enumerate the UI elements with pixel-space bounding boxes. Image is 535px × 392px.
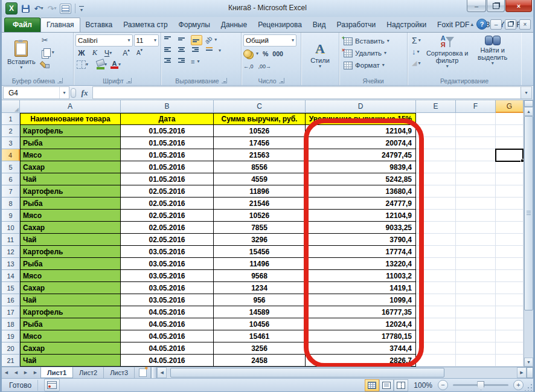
cell-G[interactable]	[496, 137, 524, 149]
cell-B11[interactable]: 02.05.2016	[121, 234, 214, 246]
shrink-font-button[interactable]: А	[133, 48, 146, 58]
cell-G[interactable]	[496, 210, 524, 222]
cell-G[interactable]	[496, 125, 524, 137]
cell-D15[interactable]: 1419,1	[306, 282, 416, 294]
cell-C17[interactable]: 14589	[214, 306, 306, 318]
cell-D16[interactable]: 1099,4	[306, 294, 416, 306]
cell-E[interactable]	[416, 355, 456, 367]
cell-C21[interactable]: 2458	[214, 355, 306, 367]
row-header-7[interactable]: 7	[2, 185, 20, 198]
cell-B2[interactable]: 01.05.2016	[121, 125, 214, 137]
cell-A4[interactable]: Мясо	[20, 149, 121, 161]
cell-A12[interactable]: Картофель	[20, 246, 121, 258]
row-header-14[interactable]: 14	[2, 270, 20, 282]
cell-F[interactable]	[456, 185, 496, 198]
cell-E[interactable]	[416, 318, 456, 330]
cell-F[interactable]	[456, 161, 496, 173]
row-header-19[interactable]: 19	[2, 330, 20, 342]
sort-filter-button[interactable]: АЯ Сортировка и фильтр▾	[423, 34, 472, 76]
cell-E[interactable]	[416, 149, 456, 161]
insert-function-button[interactable]: fx	[77, 86, 92, 100]
cell-G[interactable]	[496, 185, 524, 198]
formula-input[interactable]	[92, 86, 521, 99]
cell-G[interactable]	[496, 113, 524, 125]
row-header-8[interactable]: 8	[2, 198, 20, 210]
merge-center-button[interactable]	[205, 46, 216, 56]
cell-A9[interactable]: Мясо	[20, 210, 121, 222]
bold-button[interactable]: Ж	[75, 48, 88, 58]
cell-F[interactable]	[456, 258, 496, 270]
underline-button[interactable]: Ч▾	[102, 48, 114, 58]
cell-A6[interactable]: Чай	[20, 173, 121, 185]
row-header-20[interactable]: 20	[2, 342, 20, 355]
cell-C18[interactable]: 10456	[214, 318, 306, 330]
customize-qat-button[interactable]: ▾	[79, 4, 84, 13]
ribbon-tab-5[interactable]: Данные	[216, 18, 252, 32]
currency-format-button[interactable]	[243, 50, 252, 58]
cell-C9[interactable]: 10526	[214, 210, 306, 222]
horizontal-split-handle[interactable]	[527, 367, 533, 378]
expand-formula-bar-button[interactable]: ▾	[521, 86, 532, 99]
cell-G[interactable]	[496, 258, 524, 270]
ribbon-tab-8[interactable]: Разработчи	[332, 18, 382, 32]
cell-B3[interactable]: 01.05.2016	[121, 137, 214, 149]
cell-D19[interactable]: 17780,15	[306, 330, 416, 342]
cell-B19[interactable]: 04.05.2016	[121, 330, 214, 342]
ribbon-tab-1[interactable]: Главная	[40, 18, 80, 32]
sheet-tab-Лист3[interactable]: Лист3	[104, 367, 135, 378]
cell-C13[interactable]: 11496	[214, 258, 306, 270]
number-format-select[interactable]: Общий▾	[243, 34, 296, 47]
align-right-button[interactable]	[191, 46, 202, 56]
ribbon-tab-10[interactable]: Foxit PDF	[432, 18, 475, 32]
cell-G[interactable]	[496, 355, 524, 367]
cell-F[interactable]	[456, 270, 496, 282]
save-button[interactable]	[20, 3, 31, 14]
cell-C2[interactable]: 10526	[214, 125, 306, 137]
row-header-5[interactable]: 5	[2, 161, 20, 173]
vertical-scrollbar[interactable]: ▲ ▼	[524, 100, 533, 367]
horizontal-scrollbar[interactable]: ◀ ▶	[157, 367, 533, 378]
cell-A19[interactable]: Мясо	[20, 330, 121, 342]
cell-F[interactable]	[456, 355, 496, 367]
cell-G[interactable]	[496, 270, 524, 282]
row-header-1[interactable]: 1	[2, 113, 20, 125]
dialog-launcher-icon[interactable]	[126, 78, 132, 83]
fill-color-button[interactable]: ▾	[95, 59, 108, 69]
cell-B13[interactable]: 03.05.2016	[121, 258, 214, 270]
scroll-right-button[interactable]: ▶	[517, 367, 527, 378]
borders-button[interactable]: ▾	[75, 59, 89, 69]
cell-B17[interactable]: 04.05.2016	[121, 306, 214, 318]
cell-G[interactable]	[496, 318, 524, 330]
table-header-cell[interactable]: Наименование товара	[20, 113, 121, 125]
ribbon-tab-2[interactable]: Вставка	[80, 18, 118, 32]
cell-B6[interactable]: 01.05.2016	[121, 173, 214, 185]
cell-B12[interactable]: 03.05.2016	[121, 246, 214, 258]
cell-D18[interactable]: 12024,4	[306, 318, 416, 330]
paste-button[interactable]: Вставить ▾	[4, 34, 39, 76]
cell-B20[interactable]: 04.05.2016	[121, 342, 214, 355]
column-header-A[interactable]: A	[20, 100, 121, 113]
cell-F[interactable]	[456, 282, 496, 294]
cell-E[interactable]	[416, 113, 456, 125]
redo-button[interactable]: ↷▾	[46, 3, 57, 14]
align-bottom-button[interactable]	[191, 35, 202, 45]
font-name-select[interactable]: Calibri▾	[75, 34, 133, 47]
cell-F[interactable]	[456, 330, 496, 342]
cell-F[interactable]	[456, 137, 496, 149]
cell-F[interactable]	[456, 246, 496, 258]
cell-G[interactable]	[496, 246, 524, 258]
cell-C19[interactable]: 15461	[214, 330, 306, 342]
dropdown-arrow-icon[interactable]: ▾	[59, 87, 69, 98]
cell-D20[interactable]: 3744,4	[306, 342, 416, 355]
cell-D13[interactable]: 13220,4	[306, 258, 416, 270]
restore-workbook-button[interactable]	[505, 19, 516, 30]
cell-E[interactable]	[416, 246, 456, 258]
autosum-button[interactable]: Σ▾	[411, 35, 422, 45]
cell-F[interactable]	[456, 210, 496, 222]
cell-G[interactable]	[496, 198, 524, 210]
dialog-launcher-icon[interactable]	[222, 78, 227, 83]
row-header-4[interactable]: 4	[2, 149, 20, 161]
cell-A5[interactable]: Сахар	[20, 161, 121, 173]
cell-D7[interactable]: 13680,4	[306, 185, 416, 198]
cell-A21[interactable]: Чай	[20, 355, 121, 367]
